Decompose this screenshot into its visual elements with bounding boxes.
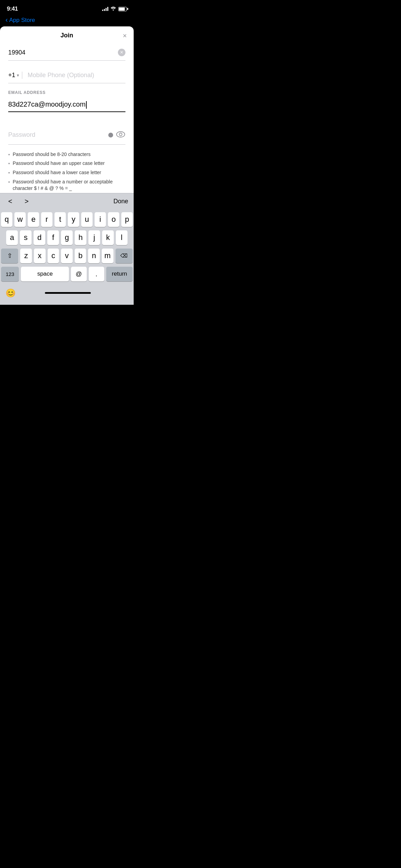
email-field-row[interactable]: 83d227ca@moodjoy.com <box>8 98 125 112</box>
email-label: EMAIL ADDRESS <box>8 83 125 98</box>
country-chevron-icon: ▾ <box>17 73 19 78</box>
keyboard-row-4: 123 space @ . return <box>1 267 133 281</box>
emoji-button[interactable]: 😊 <box>5 288 16 298</box>
nav-bar: ‹ App Store <box>0 15 134 26</box>
svg-point-0 <box>117 132 125 137</box>
modal-header: Join × <box>0 26 134 45</box>
signal-icon <box>102 7 108 11</box>
key-u[interactable]: u <box>81 212 93 227</box>
key-v[interactable]: v <box>61 249 73 263</box>
hint-item: • Password should be 8-20 characters <box>8 150 125 159</box>
key-s[interactable]: s <box>20 230 32 245</box>
key-m[interactable]: m <box>102 249 113 263</box>
shift-icon: ⇧ <box>7 252 12 260</box>
key-g[interactable]: g <box>61 230 73 245</box>
phone-placeholder: Mobile Phone (Optional) <box>25 72 125 79</box>
hint-item: • Password should have an upper case let… <box>8 159 125 168</box>
zip-value: 19904 <box>8 49 118 56</box>
backspace-icon: ⌫ <box>120 253 127 259</box>
password-hints: • Password should be 8-20 characters • P… <box>8 150 125 193</box>
toolbar-done-button[interactable]: Done <box>113 198 128 205</box>
key-o[interactable]: o <box>108 212 119 227</box>
back-label: App Store <box>9 17 35 24</box>
key-h[interactable]: h <box>75 230 86 245</box>
keyboard-row-3: ⇧ z x c v b n m ⌫ <box>1 249 133 263</box>
emoji-bar: 😊 <box>0 286 134 305</box>
back-button[interactable]: ‹ App Store <box>5 16 35 24</box>
key-d[interactable]: d <box>34 230 45 245</box>
key-r[interactable]: r <box>41 212 52 227</box>
password-placeholder: Password <box>8 131 108 138</box>
key-f[interactable]: f <box>47 230 59 245</box>
battery-icon <box>118 7 127 11</box>
email-value: 83d227ca@moodjoy.com <box>8 100 125 109</box>
back-chevron-icon: ‹ <box>5 16 8 24</box>
key-t[interactable]: t <box>54 212 66 227</box>
close-button[interactable]: × <box>123 32 127 39</box>
backspace-key[interactable]: ⌫ <box>116 249 133 263</box>
password-field-row[interactable]: Password <box>8 126 125 145</box>
country-code: +1 <box>8 72 15 79</box>
keyboard: q w e r t y u i o p a s d f g h j k l ⇧ <box>0 209 134 286</box>
spacer1 <box>8 61 125 68</box>
password-dot <box>108 133 113 137</box>
key-z[interactable]: z <box>20 249 32 263</box>
key-e[interactable]: e <box>28 212 39 227</box>
svg-point-1 <box>119 133 122 136</box>
wifi-icon <box>110 7 116 12</box>
key-w[interactable]: w <box>14 212 26 227</box>
key-a[interactable]: a <box>6 230 18 245</box>
modal-sheet: Join × 19904 +1 ▾ Mobile Phone (Optional… <box>0 26 134 305</box>
phone-country-picker[interactable]: +1 ▾ <box>8 72 22 79</box>
spacer2 <box>8 112 125 119</box>
keyboard-toolbar: < > Done <box>0 193 134 209</box>
return-key[interactable]: return <box>106 267 133 281</box>
key-n[interactable]: n <box>88 249 100 263</box>
hint-item: • Password should have a number or accep… <box>8 178 125 193</box>
keyboard-row-1: q w e r t y u i o p <box>1 212 133 227</box>
status-time: 9:41 <box>7 5 18 12</box>
key-k[interactable]: k <box>102 230 114 245</box>
key-l[interactable]: l <box>116 230 127 245</box>
shift-key[interactable]: ⇧ <box>1 249 18 263</box>
toolbar-next-button[interactable]: > <box>22 196 32 207</box>
zip-field-row: 19904 <box>8 45 125 61</box>
status-bar: 9:41 <box>0 0 134 15</box>
key-y[interactable]: y <box>68 212 79 227</box>
key-x[interactable]: x <box>34 249 46 263</box>
status-icons <box>102 7 127 12</box>
zip-clear-button[interactable] <box>118 49 125 56</box>
key-c[interactable]: c <box>48 249 59 263</box>
form-area: 19904 +1 ▾ Mobile Phone (Optional) EMAIL… <box>0 45 134 193</box>
hint-item: • Password should have a lower case lett… <box>8 168 125 178</box>
phone-field-row[interactable]: +1 ▾ Mobile Phone (Optional) <box>8 68 125 83</box>
key-p[interactable]: p <box>121 212 133 227</box>
key-b[interactable]: b <box>75 249 86 263</box>
keyboard-row-2: a s d f g h j k l <box>1 230 133 245</box>
modal-title: Join <box>60 32 73 39</box>
numbers-key[interactable]: 123 <box>1 267 19 281</box>
period-key[interactable]: . <box>89 267 104 281</box>
eye-icon[interactable] <box>116 131 125 140</box>
toolbar-prev-button[interactable]: < <box>5 196 15 207</box>
key-q[interactable]: q <box>1 212 12 227</box>
text-cursor <box>86 101 87 109</box>
space-key[interactable]: space <box>21 267 69 281</box>
toolbar-nav: < > <box>5 196 31 207</box>
key-i[interactable]: i <box>95 212 106 227</box>
home-indicator <box>45 292 91 294</box>
at-key[interactable]: @ <box>71 267 86 281</box>
key-j[interactable]: j <box>88 230 100 245</box>
